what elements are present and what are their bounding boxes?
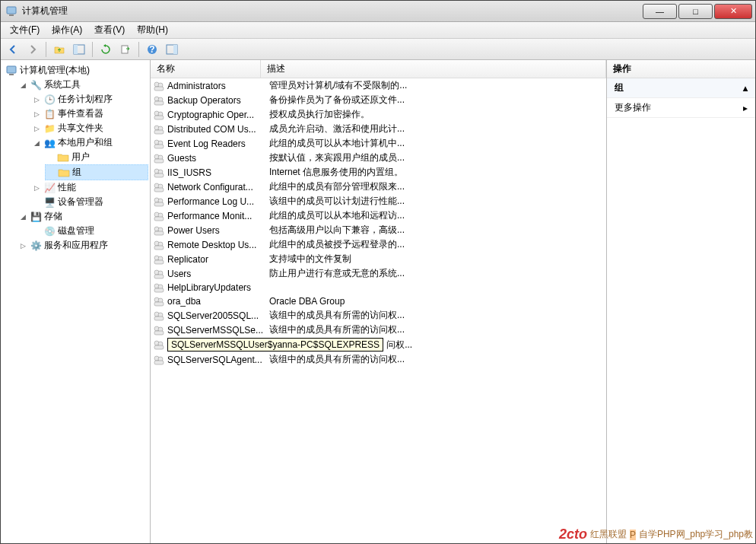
list-item[interactable]: Administrators管理员对计算机/域有不受限制的... [151,78,606,93]
list-item-name: Distributed COM Us... [167,124,266,135]
close-button[interactable] [714,4,752,19]
list-item[interactable]: Backup Operators备份操作员为了备份或还原文件... [151,93,606,107]
perf-icon: 📈 [43,182,56,194]
list-item[interactable]: Remote Desktop Us...此组中的成员被授予远程登录的... [151,237,606,252]
collapse-icon[interactable]: ◢ [33,138,41,147]
list-item-desc: 授权成员执行加密操作。 [266,108,606,121]
svg-rect-16 [154,101,164,105]
list-item[interactable]: SQLServer2005SQL...该组中的成员具有所需的访问权... [151,308,606,323]
tree-groups[interactable]: 组 [45,164,148,180]
list-body[interactable]: Administrators管理员对计算机/域有不受限制的...Backup O… [151,78,606,543]
tree-root[interactable]: 计算机管理(本地) [4,63,148,78]
svg-rect-9 [7,66,16,73]
list-item[interactable]: Guests按默认值，来宾跟用户组的成员... [151,151,606,165]
list-item[interactable]: IIS_IUSRSInternet 信息服务使用的内置组。 [151,165,606,180]
export-button[interactable] [116,41,135,58]
collapse-icon[interactable]: ▴ [743,83,748,94]
list-item[interactable]: Distributed COM Us...成员允许启动、激活和使用此计... [151,122,606,136]
svg-rect-31 [154,173,164,177]
collapse-icon[interactable]: ◢ [19,212,27,221]
list-item[interactable]: Network Configurat...此组中的成员有部分管理权限来... [151,180,606,194]
list-item-name: SQLServer2005SQL... [167,310,266,321]
group-icon [151,354,167,366]
action-section-label: 组 [615,81,624,94]
tree-performance[interactable]: ▷📈性能 [31,180,148,195]
minimize-button[interactable] [643,4,677,19]
storage-icon: 💾 [30,211,42,223]
tree-task-scheduler[interactable]: ▷🕒任务计划程序 [31,92,148,107]
group-icon [151,210,167,222]
list-item[interactable]: Performance Log U...该组中的成员可以计划进行性能... [151,194,606,208]
action-more[interactable]: 更多操作 ▸ [607,98,755,118]
svg-rect-34 [154,188,164,192]
tree-storage[interactable]: ◢💾存储 [17,209,148,224]
list-item[interactable]: SQLServerMSSQLUser$yanna-PC$SQLEXPRESS问权… [151,337,606,352]
svg-rect-55 [154,288,164,292]
list-item[interactable]: SQLServerMSSQLSe...该组中的成员具有所需的访问权... [151,323,606,337]
disk-icon: 💿 [43,225,56,237]
list-item-desc: 防止用户进行有意或无意的系统... [266,267,606,280]
column-name[interactable]: 名称 [151,60,261,78]
tree-shared-folders[interactable]: ▷📁共享文件夹 [31,121,148,135]
tree-users[interactable]: 用户 [45,150,148,164]
show-hide-tree-button[interactable] [70,41,88,58]
tree-event-viewer[interactable]: ▷📋事件查看器 [31,107,148,121]
svg-rect-43 [154,231,164,235]
expand-icon[interactable]: ▷ [33,124,41,132]
menu-file[interactable]: 文件(F) [4,22,46,38]
action-section-title[interactable]: 组 ▴ [607,78,755,98]
tree-panel[interactable]: 计算机管理(本地) ◢ 🔧 系统工具 ▷🕒任务计划程序 [1,60,151,543]
expand-icon[interactable]: ▷ [19,241,27,250]
group-icon [151,123,167,135]
list-item[interactable]: ora_dbaOracle DBA Group [151,294,606,308]
menu-view[interactable]: 查看(V) [88,22,131,38]
list-item[interactable]: SQLServerSQLAgent...该组中的成员具有所需的访问权... [151,352,606,367]
event-icon: 📋 [43,108,56,120]
list-item[interactable]: HelpLibraryUpdaters [151,281,606,294]
group-icon [151,181,167,193]
clock-icon: 🕒 [43,94,56,106]
group-icon [151,138,167,150]
svg-rect-22 [154,130,164,134]
tree-system-tools[interactable]: ◢ 🔧 系统工具 [17,78,148,92]
list-item-name: Performance Monit... [167,211,266,221]
list-item[interactable]: Performance Monit...此组的成员可以从本地和远程访... [151,208,606,223]
svg-rect-0 [7,7,16,14]
expand-icon[interactable]: ▷ [33,95,41,103]
show-hide-action-button[interactable] [163,41,181,58]
svg-rect-3 [74,45,78,54]
app-icon [5,5,17,17]
menu-help[interactable]: 帮助(H) [131,22,174,38]
list-item-name: HelpLibraryUpdaters [167,282,266,293]
list-item[interactable]: Users防止用户进行有意或无意的系统... [151,266,606,281]
up-button[interactable] [50,41,68,58]
expand-icon[interactable]: ▷ [33,183,41,192]
tree-label: 服务和应用程序 [44,239,108,252]
menu-action[interactable]: 操作(A) [46,22,88,38]
expand-icon[interactable]: ▷ [33,110,41,118]
list-item[interactable]: Power Users包括高级用户以向下兼容，高级... [151,223,606,237]
svg-rect-1 [9,14,14,16]
tree-label: 系统工具 [44,78,81,91]
group-icon [151,324,167,336]
svg-rect-28 [154,159,164,163]
tree-local-users-groups[interactable]: ◢👥本地用户和组 [31,135,148,150]
column-description[interactable]: 描述 [261,60,606,78]
list-item[interactable]: Event Log Readers此组的成员可以从本地计算机中... [151,136,606,151]
tools-icon: 🔧 [30,79,42,91]
tree-disk-management[interactable]: 💿磁盘管理 [31,224,148,238]
tree-services-apps[interactable]: ▷⚙️服务和应用程序 [17,238,148,253]
help-button[interactable]: ? [143,41,161,58]
forward-button[interactable] [24,41,42,58]
back-button[interactable] [4,41,22,58]
tree-label: 设备管理器 [58,196,103,208]
list-item[interactable]: Replicator支持域中的文件复制 [151,252,606,266]
toolbar: ? [1,39,755,60]
maximize-button[interactable] [678,4,713,19]
watermark-text1: 红黑联盟 [590,528,627,541]
tree-device-manager[interactable]: 🖥️设备管理器 [31,195,148,209]
list-item[interactable]: Cryptographic Oper...授权成员执行加密操作。 [151,107,606,122]
collapse-icon[interactable]: ◢ [19,81,27,89]
list-item-name: SQLServerSQLAgent... [167,355,266,365]
refresh-button[interactable] [97,41,115,58]
